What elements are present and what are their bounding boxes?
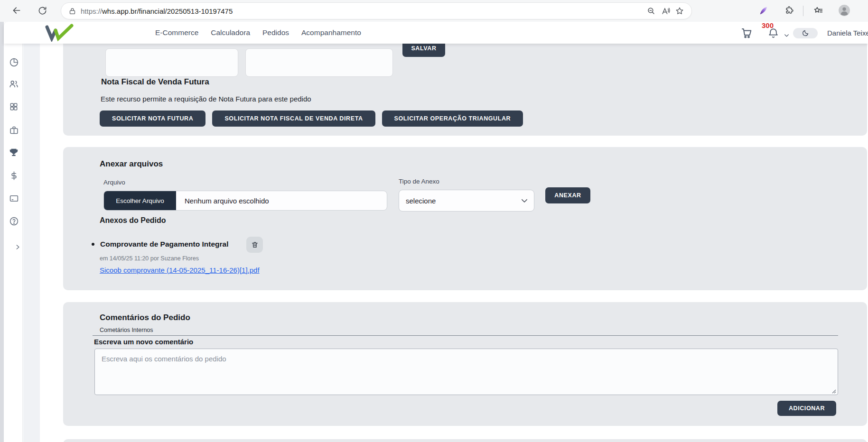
sidebar-item-apps[interactable] (9, 101, 19, 112)
solicitar-operacao-triangular-button[interactable]: SOLICITAR OPERAÇÃO TRIANGULAR (382, 110, 523, 127)
sidebar-item-customers[interactable] (9, 79, 19, 89)
screen: https://whs.app.br/financial/20250513-10… (0, 0, 868, 442)
solicitar-nota-futura-button[interactable]: SOLICITAR NOTA FUTURA (100, 110, 205, 127)
choose-file-button[interactable]: Escolher Arquivo (104, 191, 176, 210)
attachment-meta: em 14/05/25 11:20 por Suzane Flores (100, 255, 199, 262)
lock-icon[interactable] (69, 8, 76, 15)
nota-fiscal-description: Este recurso permite a requisição de Not… (101, 95, 311, 103)
zoom-out-icon[interactable] (644, 4, 658, 18)
list-bullet (92, 243, 94, 246)
anexos-title: Anexos do Pedido (100, 216, 166, 225)
sidebar-item-achievements[interactable] (9, 147, 19, 158)
extension-feather-icon[interactable] (756, 2, 772, 18)
nav-calculadora[interactable]: Calculadora (211, 28, 250, 37)
adicionar-button[interactable]: ADICIONAR (777, 401, 836, 416)
tipo-anexo-select[interactable]: selecione (399, 190, 534, 212)
new-comment-label: Escreva um novo comentário (94, 338, 193, 346)
notifications-chevron-icon[interactable] (784, 32, 790, 38)
user-name[interactable]: Daniela Teixei (827, 29, 868, 37)
arquivo-label: Arquivo (103, 179, 125, 186)
main-nav: E-Commerce Calculadora Pedidos Acompanha… (155, 22, 361, 44)
moon-icon (802, 29, 809, 37)
sidebar-item-business[interactable] (9, 125, 19, 135)
bell-icon[interactable] (767, 28, 779, 39)
file-input[interactable]: Escolher Arquivo Nenhum arquivo escolhid… (103, 191, 387, 211)
nota-fiscal-actions: SOLICITAR NOTA FUTURA SOLICITAR NOTA FIS… (100, 110, 523, 127)
comment-textarea[interactable] (94, 349, 838, 395)
sidebar-item-finance[interactable] (9, 170, 19, 181)
sidebar-expand-chevron-icon[interactable] (12, 242, 23, 252)
sidebar-item-payments[interactable] (9, 193, 19, 203)
profile-avatar[interactable] (836, 2, 852, 18)
favorites-list-icon[interactable] (810, 2, 826, 18)
app-header: E-Commerce Calculadora Pedidos Acompanha… (4, 22, 868, 44)
window-edge-strip (0, 22, 4, 442)
favorite-star-icon[interactable] (672, 4, 687, 18)
sidebar-item-reports[interactable] (9, 57, 19, 67)
anexar-title: Anexar arquivos (100, 159, 163, 169)
top-field-1[interactable] (105, 48, 238, 77)
section-card-next (63, 439, 867, 442)
comments-divider (93, 335, 838, 336)
delete-attachment-button[interactable] (246, 237, 263, 253)
sidebar-gutter (23, 44, 40, 442)
nav-acompanhamento[interactable]: Acompanhamento (301, 28, 361, 37)
no-file-chosen-text: Nenhum arquivo escolhido (185, 197, 269, 205)
comments-title: Comentários do Pedido (100, 313, 190, 322)
solicitar-nota-venda-direta-button[interactable]: SOLICITAR NOTA FISCAL DE VENDA DIRETA (212, 110, 375, 127)
cart-icon[interactable] (740, 27, 753, 39)
nav-ecommerce[interactable]: E-Commerce (155, 28, 198, 37)
anexar-button[interactable]: ANEXAR (545, 187, 590, 203)
refresh-icon[interactable] (34, 2, 50, 18)
nota-fiscal-title: Nota Fiscal de Venda Futura (101, 77, 209, 87)
attachment-name: Comprovante de Pagamento Integral (100, 240, 228, 249)
address-bar[interactable]: https://whs.app.br/financial/20250513-10… (61, 2, 692, 19)
toolbar-divider (803, 6, 803, 16)
back-icon[interactable] (9, 2, 25, 18)
comments-subtitle: Cometários Internos (100, 327, 153, 333)
browser-toolbar: https://whs.app.br/financial/20250513-10… (0, 0, 868, 22)
top-field-2[interactable] (245, 48, 393, 77)
sidebar-item-help[interactable] (9, 216, 19, 226)
tipo-anexo-label: Tipo de Anexo (399, 178, 439, 185)
read-aloud-icon[interactable] (658, 4, 672, 18)
url-text[interactable]: https://whs.app.br/financial/20250513-10… (81, 7, 644, 15)
whs-logo[interactable] (44, 24, 75, 42)
dark-mode-toggle[interactable] (793, 28, 818, 38)
nav-pedidos[interactable]: Pedidos (262, 28, 289, 37)
extensions-puzzle-icon[interactable] (781, 2, 797, 18)
attachment-file-link[interactable]: Sicoob comprovante (14-05-2025_11-16-26)… (100, 266, 260, 274)
sidebar (4, 44, 23, 442)
